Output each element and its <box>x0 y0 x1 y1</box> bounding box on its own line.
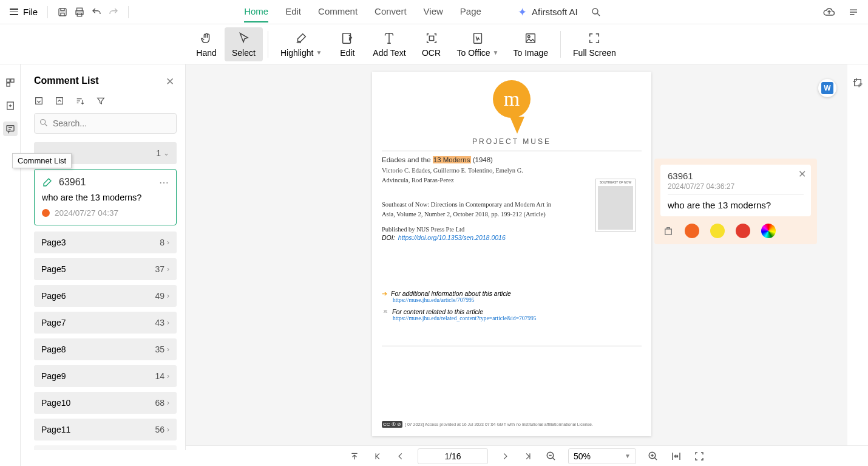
divider <box>128 6 129 18</box>
page-group[interactable]: Page649› <box>34 285 177 307</box>
tab-view[interactable]: View <box>424 1 443 22</box>
comment-text: who are the 13 moderns? <box>42 193 169 202</box>
color-orange[interactable] <box>685 224 699 238</box>
tool-to-image[interactable]: To Image <box>506 27 555 61</box>
document-area[interactable]: m PROJECT MUSE Edades and the 13 Moderns… <box>186 64 847 445</box>
color-picker-icon[interactable] <box>761 224 776 238</box>
cc-license: CC ① ⊘ [ 07 2023] Access provided at 16 … <box>382 421 593 428</box>
top-bar: File Home Edit Comment Convert View Page… <box>0 0 868 24</box>
bottom-bar: 50%▼ <box>186 445 868 466</box>
hamburger-icon <box>10 9 18 15</box>
word-export-badge[interactable]: W <box>818 79 836 97</box>
highlight-icon <box>294 31 308 46</box>
expand-all-icon[interactable] <box>34 96 44 106</box>
zoom-in-icon[interactable] <box>647 451 659 462</box>
tool-select[interactable]: Select <box>225 27 263 61</box>
close-icon[interactable]: ✕ <box>166 75 174 88</box>
tab-edit[interactable]: Edit <box>285 1 301 22</box>
page-group[interactable]: Page38› <box>34 231 177 253</box>
tool-hand[interactable]: Hand <box>188 27 225 61</box>
tool-ocr[interactable]: OCR <box>413 27 450 61</box>
crop-icon[interactable] <box>850 75 865 90</box>
save-icon[interactable] <box>54 4 71 21</box>
more-icon[interactable]: ⋯ <box>159 177 169 188</box>
sort-icon[interactable] <box>75 96 85 106</box>
comment-card[interactable]: 63961 ⋯ who are the 13 moderns? 2024/07/… <box>34 169 177 225</box>
search-input[interactable] <box>34 113 177 134</box>
color-yellow[interactable] <box>710 224 725 238</box>
annotation-text: who are the 13 moderns? <box>668 200 804 210</box>
scroll-top-icon[interactable] <box>348 451 361 461</box>
tool-to-office[interactable]: To Office▼ <box>450 27 506 61</box>
tab-page[interactable]: Page <box>460 1 481 22</box>
tab-home[interactable]: Home <box>244 1 268 22</box>
ai-brand[interactable]: ✦ Afirstsoft AI <box>518 5 578 19</box>
undo-icon[interactable] <box>88 4 105 21</box>
first-page-icon[interactable] <box>371 452 384 461</box>
search-icon[interactable] <box>588 4 605 21</box>
fit-width-icon[interactable] <box>670 451 682 462</box>
page-group[interactable]: Page743› <box>34 312 177 334</box>
close-icon[interactable]: ✕ <box>798 168 806 180</box>
tool-edit[interactable]: Edit <box>329 27 365 61</box>
info-link[interactable]: https://muse.jhu.edu/article/707995 <box>393 297 642 303</box>
page-group[interactable]: Page537› <box>34 258 177 280</box>
ribbon-tabs: Home Edit Comment Convert View Page <box>244 1 481 22</box>
fit-page-icon[interactable] <box>693 451 705 462</box>
comment-list-icon[interactable] <box>3 122 18 136</box>
comment-timestamp: 2024/07/27 04:37 <box>55 208 118 218</box>
zoom-select[interactable]: 50%▼ <box>568 448 636 464</box>
tool-fullscreen[interactable]: Full Screen <box>566 27 623 61</box>
chevron-right-icon: › <box>167 265 169 273</box>
filter-icon[interactable] <box>96 96 106 106</box>
thumbnails-icon[interactable] <box>3 75 18 90</box>
tool-add-text[interactable]: Add Text <box>365 27 413 61</box>
doi-link[interactable]: https://doi.org/10.1353/sen.2018.0016 <box>398 234 506 241</box>
panel-title: Comment List <box>34 75 177 86</box>
redo-icon[interactable] <box>105 4 122 21</box>
page-group[interactable]: Page1068› <box>34 392 177 414</box>
related-link[interactable]: https://muse.jhu.edu/related_content?typ… <box>393 315 642 321</box>
chevron-right-icon: › <box>167 399 169 407</box>
page-input[interactable] <box>418 448 488 464</box>
prev-page-icon[interactable] <box>395 452 407 461</box>
page-group[interactable]: Page914› <box>34 365 177 387</box>
properties-icon[interactable] <box>663 225 674 236</box>
page-group[interactable]: Page1156› <box>34 419 177 440</box>
zoom-out-icon[interactable] <box>545 451 557 462</box>
divider <box>560 31 561 58</box>
collapse-all-icon[interactable] <box>55 96 64 106</box>
add-page-icon[interactable] <box>3 98 18 113</box>
right-rail <box>847 64 868 445</box>
chevron-down-icon: ▼ <box>625 453 631 459</box>
journal-meta: Southeast of Now: Directions in Contempo… <box>382 200 552 221</box>
page-group[interactable] <box>34 445 177 450</box>
last-page-icon[interactable] <box>522 452 534 461</box>
more-icon[interactable] <box>845 4 862 21</box>
svg-rect-10 <box>7 79 10 82</box>
page-group[interactable]: Page835› <box>34 338 177 360</box>
file-menu[interactable]: File <box>6 7 41 17</box>
file-label: File <box>23 7 38 17</box>
next-page-icon[interactable] <box>499 452 511 461</box>
color-red[interactable] <box>736 224 750 238</box>
authors: Victorio C. Edades, Guillermo E. Tolenti… <box>382 166 540 185</box>
chevron-right-icon: › <box>167 238 169 247</box>
cloud-upload-icon[interactable] <box>821 4 838 21</box>
chevron-down-icon: ▼ <box>493 49 499 56</box>
tool-highlight[interactable]: Highlight▼ <box>273 27 329 61</box>
chevron-right-icon: › <box>167 345 169 354</box>
chevron-right-icon: › <box>167 292 169 300</box>
chevron-right-icon: › <box>167 372 169 380</box>
divider <box>47 6 48 18</box>
svg-point-9 <box>528 35 531 38</box>
tab-convert[interactable]: Convert <box>375 1 407 22</box>
hand-icon <box>200 31 213 46</box>
svg-rect-19 <box>855 80 861 86</box>
fullscreen-icon <box>588 31 601 46</box>
print-icon[interactable] <box>71 4 88 21</box>
highlight-annotation[interactable]: 13 Moderns <box>433 156 471 163</box>
annotation-popup: ✕ 63961 2024/07/27 04:36:27 who are the … <box>654 159 817 244</box>
tab-comment[interactable]: Comment <box>318 1 358 22</box>
svg-rect-6 <box>429 36 433 40</box>
